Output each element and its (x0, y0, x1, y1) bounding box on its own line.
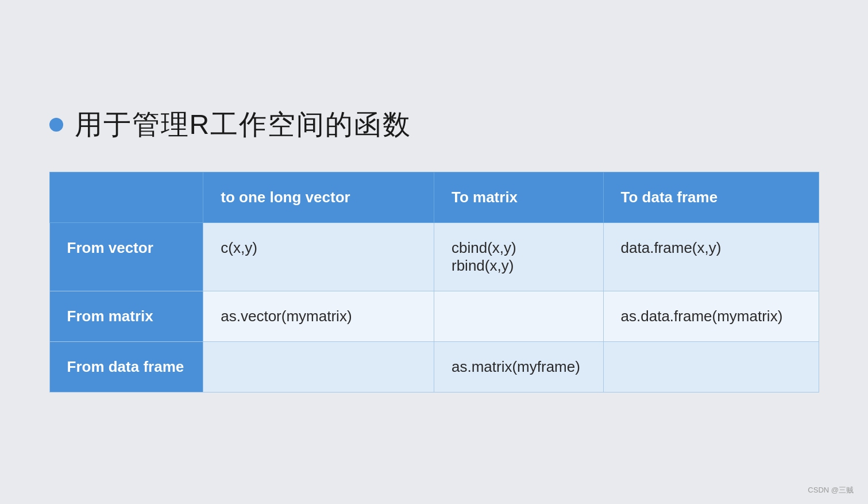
table-row: From data frameas.matrix(myframe) (49, 341, 819, 392)
title-row: 用于管理R工作空间的函数 (49, 106, 819, 143)
table-row: From matrixas.vector(mymatrix)as.data.fr… (49, 291, 819, 341)
cell-0-col3: cbind(x,y)rbind(x,y) (434, 222, 603, 291)
cell-2-col2 (203, 341, 434, 392)
cell-2-col3: as.matrix(myframe) (434, 341, 603, 392)
cell-0-col4: data.frame(x,y) (603, 222, 819, 291)
cell-0-col2: c(x,y) (203, 222, 434, 291)
row-header-2: From data frame (49, 341, 203, 392)
data-table: to one long vector To matrix To data fra… (49, 172, 819, 393)
bullet-icon (49, 118, 63, 132)
cell-1-col3 (434, 291, 603, 341)
table-header-row: to one long vector To matrix To data fra… (49, 172, 819, 222)
watermark: CSDN @三贼 (808, 485, 854, 495)
table-row: From vectorc(x,y)cbind(x,y)rbind(x,y)dat… (49, 222, 819, 291)
row-header-1: From matrix (49, 291, 203, 341)
header-col1 (49, 172, 203, 222)
row-header-0: From vector (49, 222, 203, 291)
cell-1-col4: as.data.frame(mymatrix) (603, 291, 819, 341)
page-container: 用于管理R工作空间的函数 to one long vector To matri… (21, 83, 848, 421)
header-col3: To matrix (434, 172, 603, 222)
cell-1-col2: as.vector(mymatrix) (203, 291, 434, 341)
header-col2: to one long vector (203, 172, 434, 222)
header-col4: To data frame (603, 172, 819, 222)
cell-2-col4 (603, 341, 819, 392)
page-title: 用于管理R工作空间的函数 (75, 106, 412, 143)
